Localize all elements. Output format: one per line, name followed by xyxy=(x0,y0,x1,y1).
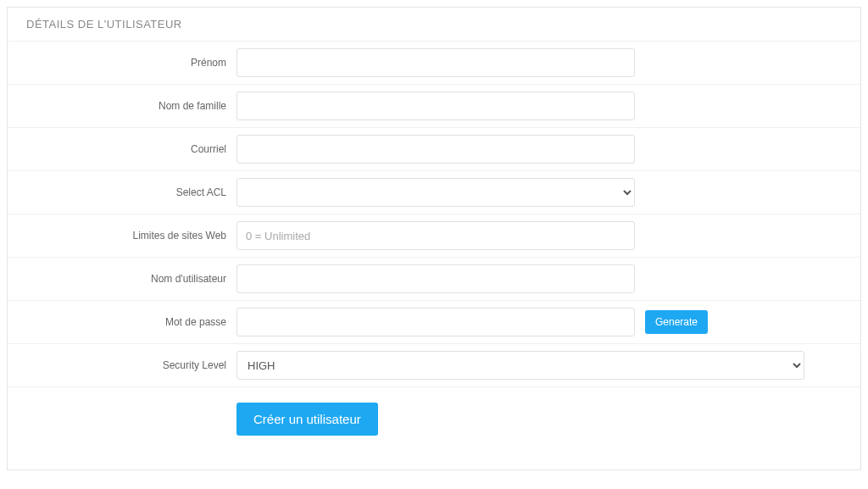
security-label: Security Level xyxy=(8,359,236,371)
email-label: Courriel xyxy=(8,143,236,155)
username-input[interactable] xyxy=(236,264,635,293)
email-input[interactable] xyxy=(236,135,635,164)
security-select[interactable]: HIGH xyxy=(236,351,804,380)
username-label: Nom d'utilisateur xyxy=(8,273,236,285)
panel-title: DÉTAILS DE L'UTILISATEUR xyxy=(8,8,860,41)
firstname-label: Prénom xyxy=(8,57,236,69)
user-details-panel: DÉTAILS DE L'UTILISATEUR Prénom Nom de f… xyxy=(7,7,861,470)
firstname-row: Prénom xyxy=(8,41,860,84)
email-row: Courriel xyxy=(8,127,860,170)
security-row: Security Level HIGH xyxy=(8,343,860,386)
password-row: Mot de passe Generate xyxy=(8,300,860,343)
weblimits-input[interactable] xyxy=(236,221,635,250)
password-label: Mot de passe xyxy=(8,316,236,328)
weblimits-row: Limites de sites Web xyxy=(8,214,860,257)
firstname-input[interactable] xyxy=(236,48,635,77)
acl-label: Select ACL xyxy=(8,186,236,198)
lastname-row: Nom de famille xyxy=(8,84,860,127)
username-row: Nom d'utilisateur xyxy=(8,257,860,300)
generate-button[interactable]: Generate xyxy=(645,310,708,334)
create-user-button[interactable]: Créer un utilisateur xyxy=(236,403,378,436)
password-input[interactable] xyxy=(236,308,635,336)
lastname-input[interactable] xyxy=(236,92,635,120)
submit-row: Créer un utilisateur xyxy=(8,386,860,470)
weblimits-label: Limites de sites Web xyxy=(8,230,236,242)
acl-select[interactable] xyxy=(236,178,635,207)
acl-row: Select ACL xyxy=(8,170,860,214)
lastname-label: Nom de famille xyxy=(8,100,236,112)
